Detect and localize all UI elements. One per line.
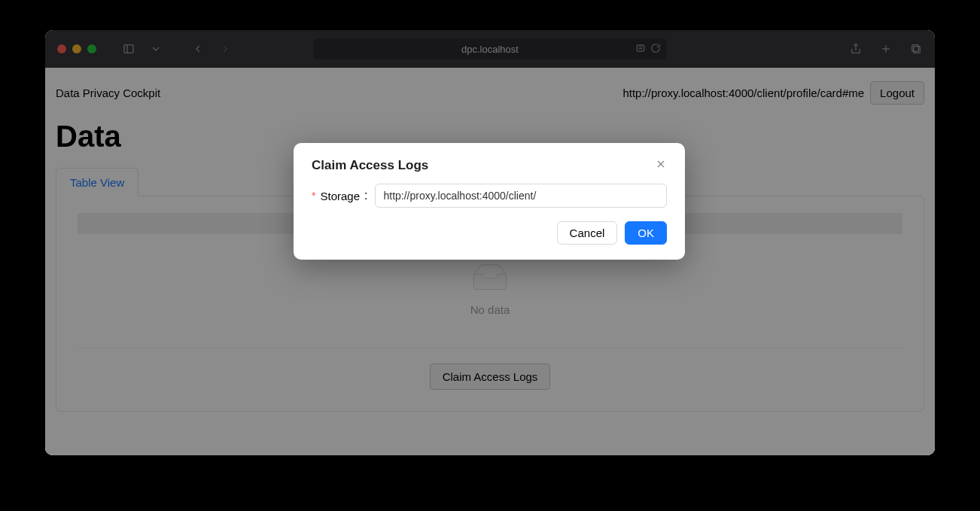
required-marker: *: [312, 190, 315, 202]
storage-field-row: * Storage :: [312, 184, 667, 208]
close-icon[interactable]: [655, 158, 667, 173]
claim-access-logs-modal: Claim Access Logs * Storage : Cancel OK: [294, 143, 685, 260]
modal-title: Claim Access Logs: [312, 158, 655, 173]
storage-label: Storage: [320, 190, 360, 202]
cancel-button[interactable]: Cancel: [557, 221, 618, 245]
colon: :: [364, 189, 367, 202]
ok-button[interactable]: OK: [625, 221, 667, 245]
storage-input[interactable]: [375, 184, 667, 208]
